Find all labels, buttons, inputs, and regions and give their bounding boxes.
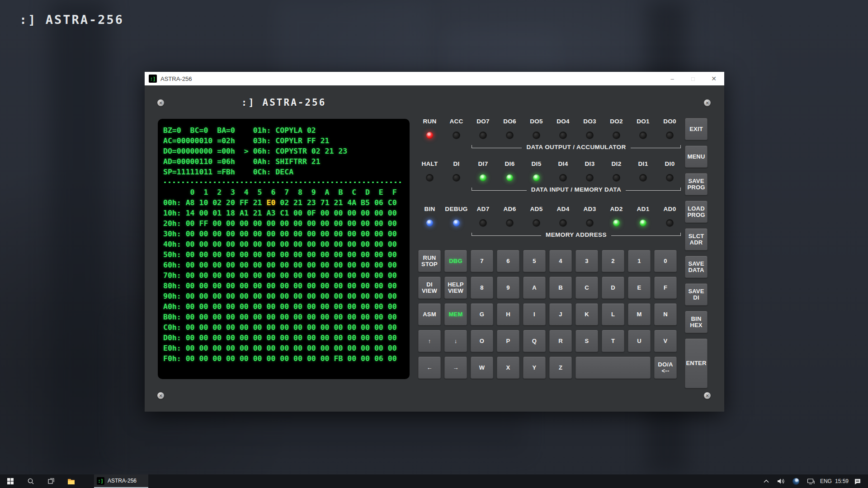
key-key-6[interactable]: 6 — [497, 250, 519, 272]
key-do-a[interactable]: DO/A <-- — [654, 357, 677, 379]
maximize-button[interactable]: □ — [683, 72, 703, 85]
key-asm[interactable]: ASM — [418, 303, 441, 325]
tray-chevron-up-icon[interactable] — [760, 474, 772, 488]
save-prog-button[interactable]: SAVE PROG — [685, 173, 708, 195]
memory-dump-row: E0h: 00 00 00 00 00 00 00 00 00 00 00 00… — [163, 343, 404, 353]
key-key-2[interactable]: 2 — [602, 250, 624, 272]
key-blank[interactable] — [576, 357, 651, 379]
windows-logo-icon — [7, 478, 14, 485]
task-view-button[interactable] — [41, 474, 61, 488]
window-title: ASTRA-256 — [160, 75, 192, 82]
menu-button[interactable]: MENU — [685, 145, 708, 168]
key-key-3[interactable]: 3 — [576, 250, 598, 272]
key-key-0[interactable]: 0 — [654, 250, 677, 272]
language-indicator[interactable]: ENG — [820, 474, 832, 488]
key-key-u[interactable]: U — [628, 330, 651, 352]
key-key-e[interactable]: E — [628, 277, 651, 299]
exit-button[interactable]: EXIT — [685, 118, 708, 140]
slct-adr-button[interactable]: SLCT ADR — [685, 228, 708, 250]
key-key-9[interactable]: 9 — [497, 277, 519, 299]
network-icon[interactable] — [805, 474, 817, 488]
steam-icon[interactable] — [790, 474, 802, 488]
key-key-y[interactable]: Y — [523, 357, 546, 379]
key-arrow-up[interactable]: ↑ — [418, 330, 441, 352]
volume-icon[interactable] — [775, 474, 787, 488]
terminal-screen: BZ=0 BC=0 BA=0 01h: COPYLA 02AC=00000010… — [158, 119, 410, 379]
key-key-q[interactable]: Q — [523, 330, 546, 352]
led-cell — [576, 131, 603, 139]
led-ad2-indicator — [613, 220, 620, 226]
key-arrow-down[interactable]: ↓ — [444, 330, 467, 352]
search-button[interactable] — [20, 474, 41, 488]
key-key-l[interactable]: L — [602, 303, 624, 325]
key-key-v[interactable]: V — [654, 330, 677, 352]
key-key-n[interactable]: N — [654, 303, 677, 325]
group-bracket-line — [626, 188, 681, 191]
key-key-j[interactable]: J — [549, 303, 572, 325]
led-label-do4: DO4 — [550, 118, 576, 126]
key-key-w[interactable]: W — [471, 357, 493, 379]
save-di-button[interactable]: SAVE DI — [685, 283, 708, 305]
memory-dump-row: 70h: 00 00 00 00 00 00 00 00 00 00 00 00… — [163, 270, 404, 281]
close-button[interactable]: ✕ — [703, 72, 724, 85]
notification-center-icon[interactable] — [852, 474, 863, 488]
key-key-7[interactable]: 7 — [471, 250, 493, 272]
key-key-p[interactable]: P — [497, 330, 519, 352]
app-icon: :] — [149, 75, 157, 83]
key-key-c[interactable]: C — [576, 277, 598, 299]
key-mem[interactable]: MEM — [444, 303, 467, 325]
key-arrow-right[interactable]: → — [444, 357, 467, 379]
clock[interactable]: 15:59 — [835, 474, 849, 488]
key-key-m[interactable]: M — [628, 303, 651, 325]
key-key-g[interactable]: G — [471, 303, 493, 325]
key-key-a[interactable]: A — [523, 277, 546, 299]
bin-hex-button[interactable]: BIN HEX — [685, 311, 708, 333]
key-key-5[interactable]: 5 — [523, 250, 546, 272]
terminal-status-line: BZ=0 BC=0 BA=0 01h: COPYLA 02 — [163, 125, 404, 136]
led-cell — [630, 131, 656, 139]
led-bin-indicator — [426, 220, 433, 226]
memory-dump-row: B0h: 00 00 00 00 00 00 00 00 00 00 00 00… — [163, 312, 404, 322]
load-prog-button[interactable]: LOAD PROG — [685, 201, 708, 223]
key-key-o[interactable]: O — [471, 330, 493, 352]
key-run-stop[interactable]: RUN STOP — [418, 250, 441, 272]
key-key-8[interactable]: 8 — [471, 277, 493, 299]
led-label-do7: DO7 — [470, 118, 496, 126]
key-arrow-left[interactable]: ← — [418, 357, 441, 379]
save-data-button[interactable]: SAVE DATA — [685, 256, 708, 278]
key-key-r[interactable]: R — [549, 330, 572, 352]
key-key-b[interactable]: B — [549, 277, 572, 299]
led-label-do3: DO3 — [576, 118, 603, 126]
key-key-k[interactable]: K — [576, 303, 598, 325]
task-view-icon — [47, 478, 55, 485]
screw-icon: ✕ — [704, 99, 711, 106]
led-di3-indicator — [586, 174, 593, 181]
key-dbg[interactable]: DBG — [444, 250, 467, 272]
led-label-ad1: AD1 — [630, 206, 656, 214]
led-cell — [576, 219, 603, 226]
key-key-t[interactable]: T — [602, 330, 624, 352]
key-key-s[interactable]: S — [576, 330, 598, 352]
key-key-z[interactable]: Z — [549, 357, 572, 379]
key-key-4[interactable]: 4 — [549, 250, 572, 272]
key-key-1[interactable]: 1 — [628, 250, 651, 272]
minimize-button[interactable]: – — [662, 72, 683, 85]
taskbar-app-astra-256[interactable]: :] ASTRA-256 — [94, 474, 148, 488]
key-key-f[interactable]: F — [654, 277, 677, 299]
group-bracket-line — [472, 233, 541, 236]
key-di-view[interactable]: DI VIEW — [418, 277, 441, 299]
window-titlebar[interactable]: :] ASTRA-256 – □ ✕ — [145, 72, 724, 85]
led-cell — [443, 174, 470, 181]
memory-dump-row: 60h: 00 00 00 00 00 00 00 00 00 00 00 00… — [163, 260, 404, 270]
key-key-i[interactable]: I — [523, 303, 546, 325]
start-button[interactable] — [0, 474, 20, 488]
group-label-memory-address: MEMORY ADDRESS — [541, 231, 611, 239]
file-explorer-button[interactable] — [61, 474, 81, 488]
key-key-x[interactable]: X — [497, 357, 519, 379]
memory-dump-row: A0h: 00 00 00 00 00 00 00 00 00 00 00 00… — [163, 301, 404, 312]
key-key-d[interactable]: D — [602, 277, 624, 299]
memory-dump-row: 90h: 00 00 00 00 00 00 00 00 00 00 00 00… — [163, 291, 404, 301]
key-help-view[interactable]: HELP VIEW — [444, 277, 467, 299]
key-key-h[interactable]: H — [497, 303, 519, 325]
enter-button[interactable]: ENTER — [685, 338, 708, 388]
